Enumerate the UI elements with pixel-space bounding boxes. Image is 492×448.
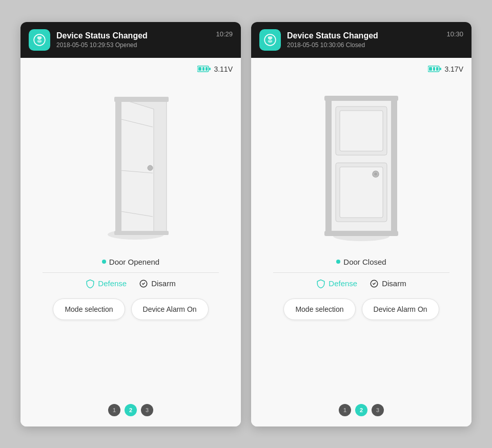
defense-row-right: Defense Disarm xyxy=(316,279,406,288)
svg-point-31 xyxy=(374,173,377,176)
battery-icon-left xyxy=(197,66,211,72)
disarm-label-right: Disarm xyxy=(382,279,406,288)
svg-rect-2 xyxy=(198,67,201,71)
phone-right: Device Status Changed 2018-05-05 10:30:0… xyxy=(251,22,471,426)
mode-selection-button-right[interactable]: Mode selection xyxy=(283,298,355,320)
header-text-right: Device Status Changed 2018-05-05 10:30:0… xyxy=(287,31,440,49)
mode-selection-button-left[interactable]: Mode selection xyxy=(53,298,125,320)
page-dot-2-left[interactable]: 2 xyxy=(125,404,137,416)
defense-label-right: Defense xyxy=(329,279,357,288)
header-time-left: 10:29 xyxy=(216,29,233,38)
page-dot-3-right[interactable]: 3 xyxy=(372,404,384,416)
pagination-left: 1 2 3 xyxy=(108,404,153,416)
status-dot-left xyxy=(102,260,106,264)
svg-rect-3 xyxy=(202,67,204,71)
action-buttons-right: Mode selection Device Alarm On xyxy=(283,298,439,320)
svg-rect-19 xyxy=(429,67,432,71)
battery-row-left: 3.11V xyxy=(197,65,233,73)
divider-right xyxy=(273,272,449,273)
door-image-right xyxy=(305,83,418,247)
svg-point-15 xyxy=(148,165,153,170)
defense-button-left[interactable]: Defense xyxy=(86,279,127,288)
app-icon-right xyxy=(259,29,281,51)
door-status-left: Door Openend xyxy=(102,258,159,266)
defense-button-right[interactable]: Defense xyxy=(316,279,357,288)
door-status-text-right: Door Closed xyxy=(343,258,386,266)
battery-voltage-right: 3.17V xyxy=(444,65,463,73)
svg-rect-4 xyxy=(206,67,208,71)
svg-rect-5 xyxy=(209,68,211,70)
phones-container: Device Status Changed 2018-05-05 10:29:5… xyxy=(20,22,471,426)
header-left: Device Status Changed 2018-05-05 10:29:5… xyxy=(20,22,241,58)
header-subtitle-left: 2018-05-05 10:29:53 Opened xyxy=(56,41,210,49)
disarm-label-left: Disarm xyxy=(151,279,176,288)
status-dot-right xyxy=(336,260,340,264)
svg-rect-22 xyxy=(440,68,441,70)
svg-rect-9 xyxy=(115,98,121,233)
app-icon-left xyxy=(29,29,50,51)
device-alarm-button-left[interactable]: Device Alarm On xyxy=(131,298,209,320)
header-time-right: 10:30 xyxy=(446,29,463,38)
svg-rect-33 xyxy=(391,97,397,235)
svg-rect-34 xyxy=(324,96,398,101)
header-subtitle-right: 2018-05-05 10:30:06 Closed xyxy=(287,41,440,49)
page-dot-1-right[interactable]: 1 xyxy=(339,404,351,416)
content-right: 3.17V xyxy=(251,58,471,426)
content-left: 3.11V xyxy=(20,58,241,426)
battery-row-right: 3.17V xyxy=(428,65,463,73)
svg-rect-35 xyxy=(324,231,398,236)
defense-row-left: Defense Disarm xyxy=(86,279,175,288)
svg-rect-21 xyxy=(436,67,438,71)
disarm-button-left[interactable]: Disarm xyxy=(139,279,176,288)
svg-rect-27 xyxy=(340,111,383,151)
disarm-button-right[interactable]: Disarm xyxy=(370,279,406,288)
svg-rect-10 xyxy=(114,97,169,102)
svg-rect-20 xyxy=(433,67,435,71)
device-alarm-button-right[interactable]: Device Alarm On xyxy=(362,298,439,320)
battery-voltage-left: 3.11V xyxy=(214,65,233,73)
battery-icon-right xyxy=(428,66,441,72)
page-dot-2-right[interactable]: 2 xyxy=(355,404,367,416)
divider-left xyxy=(43,272,219,273)
action-buttons-left: Mode selection Device Alarm On xyxy=(53,298,208,320)
door-image-left xyxy=(74,83,187,247)
svg-rect-32 xyxy=(325,97,332,235)
header-text-left: Device Status Changed 2018-05-05 10:29:5… xyxy=(56,31,210,49)
pagination-right: 1 2 3 xyxy=(339,404,384,416)
defense-label-left: Defense xyxy=(98,279,127,288)
door-status-text-left: Door Openend xyxy=(109,258,159,266)
door-status-right: Door Closed xyxy=(336,258,386,266)
page-dot-3-left[interactable]: 3 xyxy=(141,404,153,416)
header-title-right: Device Status Changed xyxy=(287,31,440,40)
page-dot-1-left[interactable]: 1 xyxy=(108,404,120,416)
svg-rect-11 xyxy=(114,231,169,235)
header-right: Device Status Changed 2018-05-05 10:30:0… xyxy=(251,22,471,58)
header-title-left: Device Status Changed xyxy=(56,31,210,40)
phone-left: Device Status Changed 2018-05-05 10:29:5… xyxy=(20,22,241,426)
